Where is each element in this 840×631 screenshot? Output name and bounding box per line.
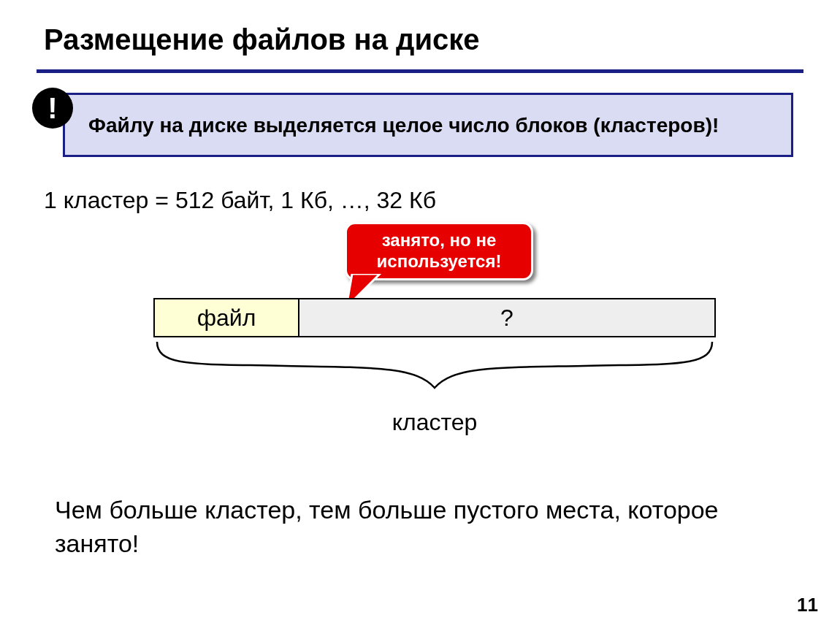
- speech-bubble-text: занято, но не используется!: [354, 230, 524, 272]
- bar-segment-file: файл: [153, 298, 299, 337]
- slide-title: Размещение файлов на диске: [44, 23, 480, 56]
- cluster-diagram: файл ?: [153, 298, 716, 337]
- slide: Размещение файлов на диске Файлу на диск…: [0, 0, 840, 631]
- callout-box: Файлу на диске выделяется целое число бл…: [63, 93, 793, 157]
- bar-segment-unused: ?: [299, 298, 716, 337]
- callout-badge-text: !: [47, 92, 57, 125]
- callout-text: Файлу на диске выделяется целое число бл…: [88, 112, 719, 138]
- unused-label: ?: [500, 305, 513, 332]
- conclusion-text: Чем больше кластер, тем больше пустого м…: [55, 494, 756, 561]
- brace-icon: [153, 338, 716, 397]
- cluster-bar: файл ?: [153, 298, 716, 337]
- title-underline: [37, 69, 803, 73]
- speech-bubble: занято, но не используется!: [345, 222, 533, 280]
- page-number: 11: [797, 594, 818, 616]
- cluster-size-text: 1 кластер = 512 байт, 1 Кб, …, 32 Кб: [44, 187, 436, 214]
- file-label: файл: [197, 305, 256, 332]
- exclamation-icon: !: [32, 88, 73, 129]
- brace-label: кластер: [153, 409, 716, 436]
